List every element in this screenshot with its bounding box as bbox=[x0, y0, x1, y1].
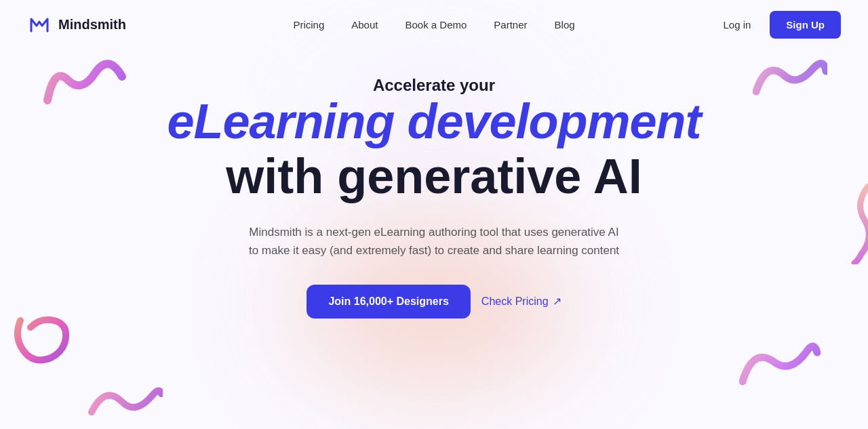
squiggle-mid-right bbox=[851, 183, 868, 264]
hero-subtitle: Mindsmith is a next-gen eLearning author… bbox=[244, 223, 624, 260]
nav-pricing[interactable]: Pricing bbox=[282, 14, 335, 36]
nav-links: Pricing About Book a Demo Partner Blog bbox=[282, 14, 585, 36]
navbar: Mindsmith Pricing About Book a Demo Part… bbox=[0, 0, 868, 49]
arrow-icon: ↗ bbox=[553, 295, 561, 308]
logo-area[interactable]: Mindsmith bbox=[27, 12, 126, 37]
squiggle-top-left bbox=[41, 60, 129, 110]
nav-partner[interactable]: Partner bbox=[483, 14, 538, 36]
squiggle-bottom-left bbox=[10, 314, 71, 375]
signup-button[interactable]: Sign Up bbox=[770, 11, 841, 39]
hero-line1: Accelerate your bbox=[167, 76, 701, 95]
nav-demo[interactable]: Book a Demo bbox=[394, 14, 477, 36]
nav-actions: Log in Sign Up bbox=[715, 11, 841, 39]
hero-buttons: Join 16,000+ Designers Check Pricing ↗ bbox=[307, 285, 561, 319]
login-button[interactable]: Log in bbox=[715, 14, 759, 36]
nav-about[interactable]: About bbox=[340, 14, 389, 36]
squiggle-bottom-right bbox=[739, 338, 821, 392]
nav-blog[interactable]: Blog bbox=[544, 14, 586, 36]
check-pricing-label: Check Pricing bbox=[481, 295, 549, 308]
squiggle-bottom-left2 bbox=[88, 382, 163, 422]
squiggle-top-right bbox=[753, 58, 827, 102]
hero-line2: eLearning development bbox=[167, 95, 701, 148]
brand-name: Mindsmith bbox=[58, 17, 126, 33]
hero-line3: with generative AI bbox=[167, 148, 701, 204]
logo-icon bbox=[27, 12, 52, 37]
hero-title: Accelerate your eLearning development wi… bbox=[167, 76, 701, 204]
join-button[interactable]: Join 16,000+ Designers bbox=[307, 285, 470, 319]
check-pricing-link[interactable]: Check Pricing ↗ bbox=[481, 295, 561, 308]
hero-section: Accelerate your eLearning development wi… bbox=[0, 49, 868, 332]
